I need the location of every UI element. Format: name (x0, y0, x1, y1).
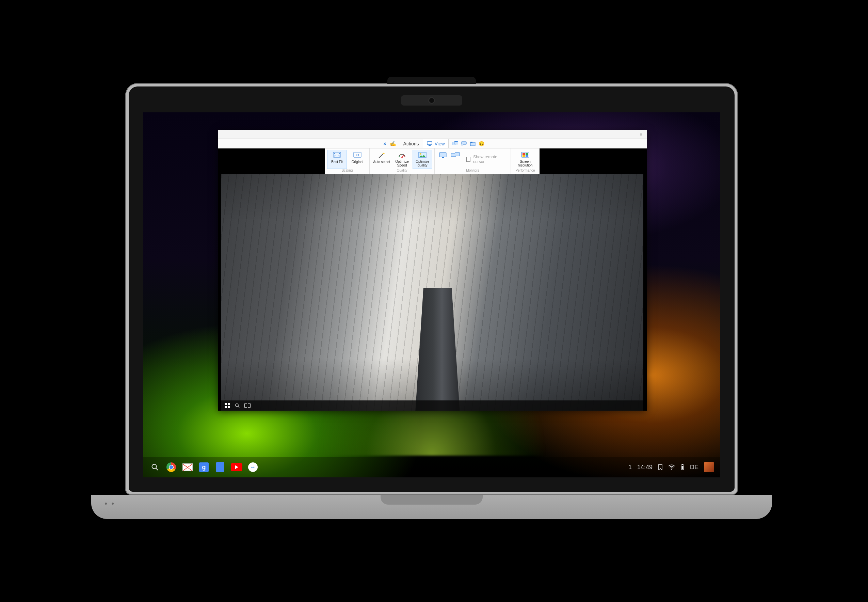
svg-point-11 (399, 156, 400, 157)
tray-wifi-icon[interactable] (668, 464, 675, 470)
remote-windows-taskbar[interactable] (221, 401, 643, 411)
window-minimize-button[interactable]: – (624, 130, 635, 138)
ribbon-group-monitors: Show remote cursor Monitors (435, 149, 511, 174)
webcam (401, 95, 462, 106)
svg-rect-21 (523, 153, 525, 155)
google-docs-app-icon[interactable] (215, 461, 226, 473)
screen-bezel: – × × ✍ Actions (129, 86, 735, 492)
best-fit-button[interactable]: Best Fit (327, 150, 347, 169)
monitor-single-icon (439, 152, 447, 159)
svg-rect-0 (427, 142, 432, 145)
svg-rect-33 (682, 464, 683, 465)
svg-rect-23 (523, 155, 525, 157)
optimize-speed-button[interactable]: Optimize Speed (392, 150, 412, 169)
tray-bookmark-icon[interactable] (658, 464, 663, 470)
laptop-mockup: – × × ✍ Actions (91, 83, 772, 533)
svg-rect-17 (442, 157, 444, 158)
ribbon-group-scaling: Best Fit 1:1 Original Scaling (325, 149, 370, 174)
monitor-icon (426, 141, 432, 147)
monitors-group-label: Monitors (466, 169, 479, 172)
tray-battery-icon[interactable] (681, 464, 684, 471)
chromeos-shelf[interactable]: g ↔ 1 14:49 (143, 457, 720, 478)
tray-input-language[interactable]: DE (690, 464, 698, 471)
show-remote-cursor-toggle[interactable]: Show remote cursor (462, 150, 509, 169)
svg-rect-22 (526, 153, 528, 155)
svg-rect-27 (245, 404, 247, 408)
view-ribbon: Best Fit 1:1 Original Scaling (325, 149, 540, 174)
original-label: Original (352, 160, 363, 164)
window-close-button[interactable]: × (635, 130, 647, 138)
windows-taskview-icon[interactable] (244, 404, 250, 408)
scaling-group-label: Scaling (342, 169, 353, 172)
svg-rect-3 (454, 141, 458, 144)
ribbon-group-performance: Screen resolution Performance (511, 149, 540, 174)
svg-point-13 (404, 156, 405, 157)
svg-point-31 (671, 469, 672, 470)
speed-gauge-icon (397, 152, 406, 159)
svg-rect-28 (248, 404, 250, 408)
tray-user-avatar[interactable] (704, 462, 714, 472)
ribbon-group-quality: Auto select Optimize Speed (370, 149, 435, 174)
svg-rect-34 (681, 466, 683, 470)
windows-search-icon[interactable] (235, 403, 240, 408)
checkbox-icon (466, 157, 471, 162)
optimize-speed-label: Optimize Speed (393, 160, 411, 167)
window-titlebar[interactable]: – × (218, 130, 647, 139)
session-menu-tabs: × ✍ Actions View (218, 139, 647, 149)
screen-resolution-button[interactable]: Screen resolution (513, 150, 537, 169)
chromeos-screen: – × × ✍ Actions (143, 112, 720, 478)
performance-group-label: Performance (515, 169, 535, 172)
laptop-base (91, 495, 772, 519)
svg-rect-16 (439, 152, 446, 157)
auto-select-button[interactable]: Auto select (372, 150, 391, 169)
remote-desktop-viewport[interactable] (218, 174, 647, 411)
tab-view-label: View (435, 141, 445, 146)
remote-session-window[interactable]: – × × ✍ Actions (218, 130, 647, 411)
emoji-icon[interactable]: 😊 (478, 141, 485, 147)
svg-rect-6 (333, 152, 341, 157)
svg-rect-1 (429, 145, 431, 146)
original-icon: 1:1 (353, 152, 362, 159)
notification-count[interactable]: 1 (628, 464, 632, 471)
launcher-search-icon[interactable] (149, 461, 161, 473)
remote-desktop-wallpaper (221, 174, 643, 411)
svg-line-30 (156, 468, 158, 470)
auto-select-label: Auto select (373, 160, 390, 164)
svg-rect-4 (471, 142, 475, 146)
close-session-icon[interactable]: × (383, 141, 386, 146)
picture-icon (418, 152, 427, 159)
svg-point-29 (152, 464, 156, 469)
svg-text:1:1: 1:1 (355, 154, 359, 157)
windows-start-icon[interactable] (225, 403, 230, 408)
resolution-icon (521, 152, 530, 159)
tab-actions-label: Actions (403, 141, 419, 146)
best-fit-icon (333, 152, 341, 159)
youtube-app-icon[interactable] (231, 461, 242, 473)
original-button[interactable]: 1:1 Original (348, 150, 367, 169)
svg-rect-19 (455, 152, 460, 156)
svg-rect-24 (526, 155, 528, 157)
rock-pillar (415, 288, 460, 411)
monitor-1-button[interactable] (437, 150, 449, 169)
tab-actions[interactable]: Actions (400, 140, 423, 148)
tab-view[interactable]: View (423, 139, 449, 148)
tray-time[interactable]: 14:49 (637, 464, 653, 471)
system-tray[interactable]: 1 14:49 DE (628, 462, 714, 472)
teamviewer-app-icon[interactable]: ↔ (247, 461, 259, 473)
chrome-app-icon[interactable] (166, 461, 177, 473)
files-icon[interactable] (470, 141, 476, 147)
gmail-app-icon[interactable] (182, 461, 193, 473)
svg-rect-5 (471, 142, 472, 143)
optimize-quality-button[interactable]: Optimize quality (413, 150, 432, 169)
pin-toolbar-icon[interactable]: ✍ (390, 141, 396, 147)
screens-icon[interactable] (452, 141, 458, 147)
chat-icon[interactable] (461, 141, 467, 147)
screen-resolution-label: Screen resolution (514, 160, 537, 167)
show-remote-cursor-label: Show remote cursor (473, 155, 505, 164)
google-search-app-icon[interactable]: g (198, 461, 210, 473)
lid-tab (387, 77, 476, 84)
svg-point-15 (420, 153, 422, 155)
svg-point-12 (400, 155, 401, 155)
monitor-all-button[interactable] (449, 150, 461, 169)
svg-line-26 (238, 406, 239, 408)
